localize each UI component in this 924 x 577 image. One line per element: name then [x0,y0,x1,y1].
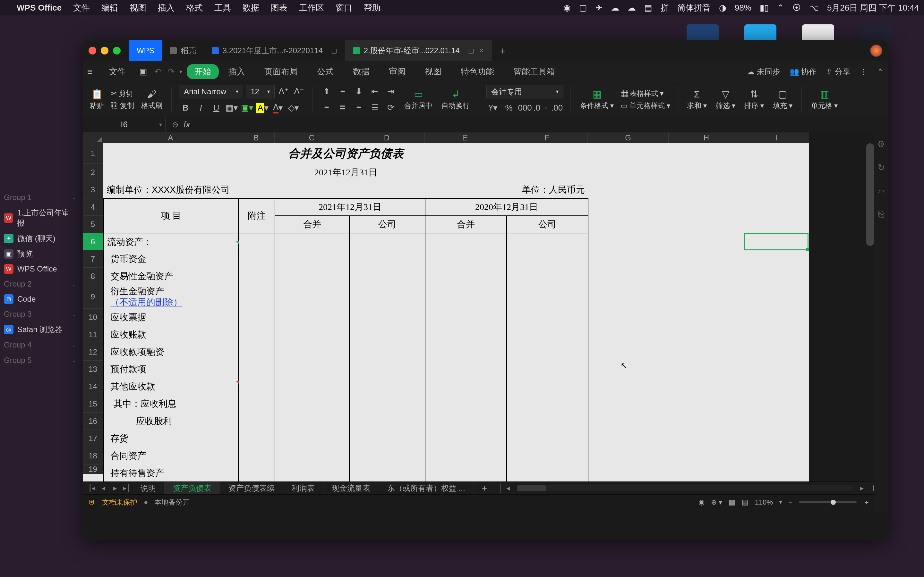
align-bottom-icon[interactable]: ⬇ [352,85,365,98]
distribute-icon[interactable]: ☰ [368,101,381,114]
row-header-5[interactable]: 5 [83,216,103,233]
row-header-15[interactable]: 15 [83,395,103,413]
row-header-14[interactable]: 14 [83,378,103,395]
cut-button[interactable]: ✂ 剪切 [111,89,134,98]
sheet-tab-desc[interactable]: 说明 [132,482,165,494]
row-header-16[interactable]: 16 [83,413,103,430]
save-icon[interactable]: ▣ [136,67,151,77]
send-icon[interactable]: ✈ [596,3,603,13]
indent-right-icon[interactable]: ⇥ [384,85,397,98]
sync-status[interactable]: ☁ 未同步 [747,67,780,77]
hscroll-right[interactable]: ▸ [856,484,867,492]
ribbon-aitools[interactable]: 智能工具箱 [504,63,565,80]
border-button[interactable]: ▦▾ [225,102,238,114]
tab-window-icon[interactable]: ▢ [468,47,474,55]
indent-left-icon[interactable]: ⇤ [368,85,381,98]
row-other-receivables[interactable]: 其他应收款 [103,378,238,395]
group-item-wps[interactable]: WWPS Office [0,261,80,276]
battery-icon[interactable]: ▮▯ [760,3,769,13]
cell-style-button[interactable]: ▭ 单元格样式 ▾ [621,101,670,111]
wrap-icon[interactable]: ↲ [452,89,460,100]
menu-help[interactable]: 帮助 [364,2,381,13]
align-left-icon[interactable]: ≡ [320,101,333,114]
row-notes-receivable[interactable]: 应收票据 [103,309,238,326]
row-header-19[interactable]: 19 [83,464,103,474]
decrease-font-icon[interactable]: A⁻ [292,85,305,98]
zoom-label[interactable]: 110% [755,498,773,506]
col-header-h[interactable]: H [669,132,744,143]
hamburger-icon[interactable]: ≡ [87,67,92,77]
ribbon-start[interactable]: 开始 [187,64,219,79]
tab-add-button[interactable]: ＋ [492,40,513,61]
currency-icon[interactable]: ¥▾ [486,102,499,114]
sheet-nav-first[interactable]: ⎮◂ [86,484,97,492]
ribbon-formula[interactable]: 公式 [307,63,343,80]
more-icon[interactable]: ⋮ [860,67,867,76]
italic-button[interactable]: I [194,102,207,114]
collapse-ribbon-icon[interactable]: ⌃ [877,67,884,76]
share-button[interactable]: ⇪ 分享 [826,67,850,77]
protect-status[interactable]: 文档未保护 [102,498,137,507]
group-item-safari[interactable]: ◎Safari 浏览器 [0,322,80,337]
align-top-icon[interactable]: ⬆ [320,85,333,98]
row-header-4[interactable]: 4 [83,198,103,216]
col-header-b[interactable]: B [238,132,275,143]
row-header-17[interactable]: 17 [83,430,103,447]
ime-icon[interactable]: 拼 [661,2,669,13]
menu-window[interactable]: 窗口 [336,2,352,13]
ribbon-special[interactable]: 特色功能 [451,63,504,80]
menu-format[interactable]: 格式 [186,2,203,13]
row-accounts-receivable[interactable]: 应收账款 [103,326,238,343]
focus-icon[interactable]: ⊕ ▾ [711,498,722,506]
sheet-tab-equity[interactable]: 东（或所有者）权益 ... [379,482,474,494]
hscroll-left[interactable]: ◂ [502,484,514,492]
menu-insert[interactable]: 插入 [158,2,174,13]
sheet-tab-cashflow[interactable]: 现金流量表 [323,482,379,494]
comment-marker[interactable] [236,381,239,384]
ribbon-layout[interactable]: 页面布局 [255,63,307,80]
undo-icon[interactable]: ↶ [151,67,165,77]
paste-icon[interactable]: 📋 [91,89,103,100]
hdr-2021[interactable]: 2021年12月31日 [275,198,425,216]
sheet-tab-income[interactable]: 利润表 [283,482,323,494]
menu-file[interactable]: 文件 [73,2,90,13]
ribbon-view[interactable]: 视图 [415,63,451,80]
group-item-code[interactable]: ⧉Code [0,292,80,306]
group-item-report[interactable]: W1.上市公司年审报 [0,205,80,231]
collab-button[interactable]: 👥 协作 [790,67,817,77]
zoom-slider[interactable] [799,501,857,503]
redo-icon[interactable]: ↷ [165,67,178,77]
group-3-header[interactable]: Group 3⌄ [0,306,80,322]
rec-icon[interactable]: ◉ [564,3,571,13]
row-dividend-receivable[interactable]: 应收股利 [103,413,238,430]
photos-icon[interactable]: ◑ [719,3,726,13]
filter-icon[interactable]: ▽ [722,89,729,100]
col-header-e[interactable]: E [425,132,506,143]
row-held-for-sale[interactable]: 持有待售资产 [103,464,238,482]
cloud-icon[interactable]: ☁ [628,3,636,13]
select-all-corner[interactable] [83,132,103,143]
bold-button[interactable]: B [179,102,192,114]
group-1-header[interactable]: Group 1⌄ [0,190,80,205]
search-icon[interactable]: ⦿ [792,3,801,13]
row-header-7[interactable]: 7 [83,250,103,268]
row-header-9[interactable]: 9 [83,285,103,309]
zoom-in-button[interactable]: ＋ [863,498,870,507]
calc-icon[interactable]: ▤ [644,3,652,13]
ribbon-data[interactable]: 数据 [343,63,379,80]
row-inventory[interactable]: 存货 [103,430,238,447]
hdr-note[interactable]: 附注 [238,198,275,233]
dec-decimal-icon[interactable]: .00 [551,102,564,114]
underline-button[interactable]: U [210,102,223,114]
spreadsheet-grid[interactable]: 合并及公司资产负债表 2021年12月31日 编制单位：XXXX股份有限公司单位… [103,143,809,482]
menu-workspace[interactable]: 工作区 [299,2,324,13]
app-name[interactable]: WPS Office [17,3,61,13]
hdr-2020-merge[interactable]: 合并 [425,216,507,233]
percent-icon[interactable]: % [502,102,515,114]
unit-cell[interactable]: 单位：人民币元 [425,181,588,198]
row-interest-receivable[interactable]: 其中：应收利息 [103,395,238,413]
org-cell[interactable]: 编制单位：XXXX股份有限公司 [103,181,425,198]
view-page-icon[interactable]: ▤ [742,498,748,506]
row-header-13[interactable]: 13 [83,361,103,378]
row-header-12[interactable]: 12 [83,343,103,361]
